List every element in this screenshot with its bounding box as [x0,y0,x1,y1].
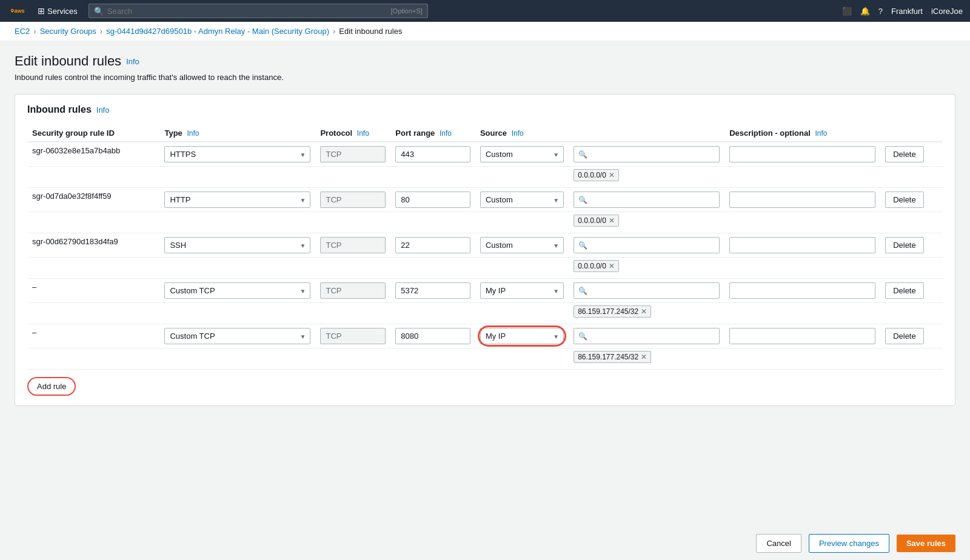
source-search-input[interactable] [574,192,720,208]
preview-changes-button[interactable]: Preview changes [809,534,889,553]
description-input[interactable] [729,237,875,253]
rule-id-cell: – [27,324,159,348]
source-type-select[interactable]: My IPCustomAnywhere-IPv4Anywhere-IPv6 [480,328,564,344]
rule-source-search-cell: 🔍 [569,324,724,348]
save-rules-button[interactable]: Save rules [897,535,955,552]
description-input[interactable] [729,282,875,299]
tag-chip: 0.0.0.0/0✕ [574,169,619,181]
tag-remove[interactable]: ✕ [609,216,615,225]
global-search-bar[interactable]: 🔍 [Option+S] [89,4,428,18]
region-selector[interactable]: Frankfurt [891,7,923,16]
rule-type-cell: HTTPSHTTPSSHCustom TCPCustom UDPAll TCPA… [159,279,315,303]
th-desc-info[interactable]: Info [815,129,827,138]
port-input[interactable] [395,192,470,208]
th-description: Description - optional Info [724,125,880,142]
rule-id: sgr-00d62790d183d4fa9 [32,237,118,246]
table-row: sgr-00d62790d183d4fa9 HTTPSHTTPSSHCustom… [27,233,943,258]
source-type-select[interactable]: My IPCustomAnywhere-IPv4Anywhere-IPv6 [480,282,564,299]
delete-button[interactable]: Delete [885,328,924,344]
port-input[interactable] [395,146,470,162]
table-row: – HTTPSHTTPSSHCustom TCPCustom UDPAll TC… [27,324,943,348]
type-select-wrapper: HTTPSHTTPSSHCustom TCPCustom UDPAll TCPA… [164,328,310,344]
source-tags-cell: 0.0.0.0/0✕ [569,212,724,233]
breadcrumb: EC2 › Security Groups › sg-0441d9d427d69… [0,22,970,41]
delete-button[interactable]: Delete [885,146,924,162]
type-select[interactable]: HTTPSHTTPSSHCustom TCPCustom UDPAll TCPA… [164,192,310,208]
type-select[interactable]: HTTPSHTTPSSHCustom TCPCustom UDPAll TCPA… [164,146,310,162]
rule-protocol-cell [315,188,390,212]
th-type-info[interactable]: Info [187,129,199,138]
source-search-input[interactable] [574,237,720,253]
delete-button[interactable]: Delete [885,237,924,253]
rule-protocol-cell [315,279,390,303]
delete-button[interactable]: Delete [885,192,924,208]
source-type-select[interactable]: CustomAnywhere-IPv4Anywhere-IPv6My IP [480,237,564,253]
cancel-button[interactable]: Cancel [756,534,801,553]
source-type-select[interactable]: CustomAnywhere-IPv4Anywhere-IPv6My IP [480,192,564,208]
tag-remove[interactable]: ✕ [609,262,615,270]
description-input[interactable] [729,328,875,344]
add-rule-button[interactable]: Add rule [27,377,76,396]
breadcrumb-ec2[interactable]: EC2 [15,27,30,36]
protocol-input [320,237,386,253]
port-input[interactable] [395,237,470,253]
source-search-input[interactable] [574,328,720,344]
port-input[interactable] [395,328,470,344]
services-label: Services [47,7,78,16]
card-info-link[interactable]: Info [96,105,110,115]
tag-chip: 86.159.177.245/32✕ [574,305,651,318]
rule-id: – [32,282,36,292]
search-input[interactable] [107,7,387,16]
page-title: Edit inbound rules Info [15,53,955,69]
source-tags-cell: 86.159.177.245/32✕ [569,348,724,370]
cloudshell-icon[interactable]: ⬛ [842,7,852,16]
breadcrumb-sep-1: › [33,27,36,36]
rule-port-cell [390,324,475,348]
th-protocol-info[interactable]: Info [357,129,369,138]
description-input[interactable] [729,192,875,208]
type-select[interactable]: HTTPSHTTPSSHCustom TCPCustom UDPAll TCPA… [164,328,310,344]
tag-chip: 0.0.0.0/0✕ [574,260,619,272]
rule-description-cell [724,279,880,303]
breadcrumb-security-groups[interactable]: Security Groups [40,27,96,36]
tag-remove[interactable]: ✕ [641,307,647,316]
delete-button[interactable]: Delete [885,282,924,299]
tag-remove[interactable]: ✕ [609,171,615,179]
type-select[interactable]: HTTPSHTTPSSHCustom TCPCustom UDPAll TCPA… [164,237,310,253]
table-row-tags: 0.0.0.0/0✕ [27,167,943,188]
notifications-icon[interactable]: 🔔 [860,7,870,16]
th-source: Source Info [475,125,724,142]
page-info-link[interactable]: Info [126,57,139,66]
th-port-info[interactable]: Info [440,129,452,138]
table-row-tags: 0.0.0.0/0✕ [27,258,943,279]
rule-protocol-cell [315,142,390,167]
description-input[interactable] [729,146,875,162]
card-header: Inbound rules Info [27,104,943,115]
rule-delete-cell: Delete [880,233,943,258]
protocol-input [320,146,386,162]
rule-delete-cell: Delete [880,324,943,348]
svg-text:aws: aws [15,8,25,14]
type-select[interactable]: HTTPSHTTPSSHCustom TCPCustom UDPAll TCPA… [164,282,310,299]
breadcrumb-sg-name[interactable]: sg-0441d9d427d69501b - Admyn Relay - Mai… [106,27,329,36]
user-menu[interactable]: iCoreJoe [931,7,963,16]
rule-port-cell [390,188,475,212]
rule-delete-cell: Delete [880,279,943,303]
source-search-wrapper: 🔍 [574,192,720,208]
port-input[interactable] [395,282,470,299]
th-source-info[interactable]: Info [512,129,524,138]
tag-remove[interactable]: ✕ [641,353,647,361]
protocol-input [320,328,386,344]
table-row: – HTTPSHTTPSSHCustom TCPCustom UDPAll TC… [27,279,943,303]
aws-logo[interactable]: aws [7,5,27,17]
source-search-input[interactable] [574,146,720,162]
help-icon[interactable]: ? [878,7,883,16]
rule-id-cell: sgr-06032e8e15a7b4abb [27,142,159,167]
rule-delete-cell: Delete [880,188,943,212]
source-search-input[interactable] [574,282,720,299]
source-search-wrapper: 🔍 [574,146,720,162]
source-select-wrapper: CustomAnywhere-IPv4Anywhere-IPv6My IP ▼ [480,192,564,208]
rule-protocol-cell [315,324,390,348]
source-type-select[interactable]: CustomAnywhere-IPv4Anywhere-IPv6My IP [480,146,564,162]
services-button[interactable]: ⊞ Services [34,5,81,17]
